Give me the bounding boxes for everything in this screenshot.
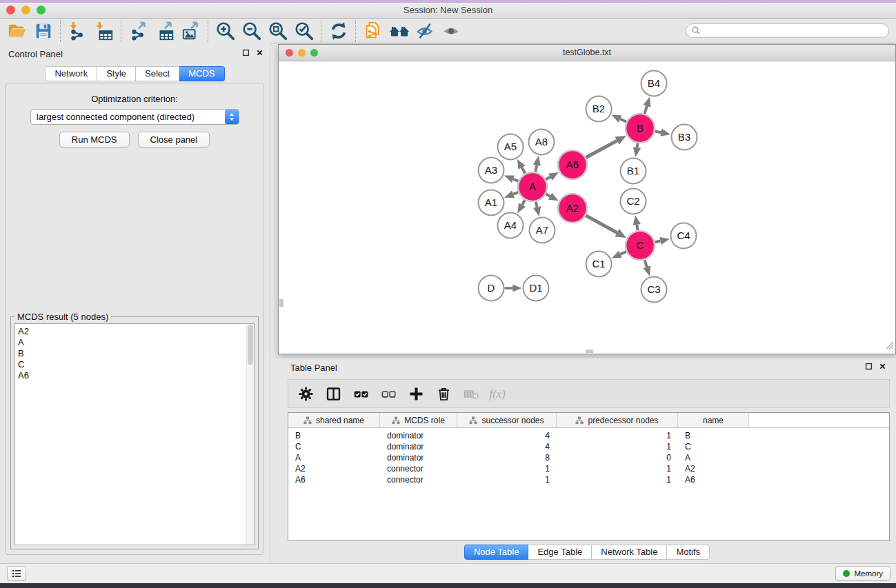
tab-mcds[interactable]: MCDS bbox=[179, 66, 224, 81]
graph-edge-A2-C[interactable] bbox=[586, 216, 626, 238]
save-session-icon[interactable] bbox=[30, 20, 57, 42]
float-panel-icon[interactable] bbox=[242, 49, 250, 57]
graph-edge-A6-B[interactable] bbox=[586, 136, 626, 158]
graph-node-C[interactable]: C bbox=[626, 231, 655, 260]
zoom-out-icon[interactable] bbox=[239, 20, 265, 42]
zoom-in-icon[interactable] bbox=[212, 20, 239, 42]
network-close-button[interactable] bbox=[286, 49, 293, 57]
graph-edge-C-C4[interactable] bbox=[655, 237, 670, 245]
graph-edge-B-B1[interactable] bbox=[633, 143, 641, 157]
column-header-mcds-role[interactable]: MCDS role bbox=[380, 413, 457, 427]
graph-edge-A-A5[interactable] bbox=[517, 159, 526, 174]
mcds-result-item[interactable]: A6 bbox=[15, 370, 254, 381]
graph-edge-C-C1[interactable] bbox=[612, 251, 626, 258]
export-network-icon[interactable] bbox=[126, 20, 152, 42]
graph-node-A2[interactable]: A2 bbox=[558, 194, 587, 223]
graph-edge-A-A4[interactable] bbox=[517, 200, 526, 213]
graph-edge-A-A8[interactable] bbox=[533, 156, 541, 172]
table-row[interactable]: Adominator80A bbox=[288, 452, 889, 463]
column-header-name[interactable]: name bbox=[678, 413, 749, 427]
graph-node-C1[interactable]: C1 bbox=[586, 252, 612, 277]
graph-node-D1[interactable]: D1 bbox=[524, 276, 549, 301]
float-table-panel-icon[interactable] bbox=[865, 363, 873, 370]
graph-edge-B-B2[interactable] bbox=[612, 115, 626, 123]
graph-node-A4[interactable]: A4 bbox=[498, 213, 524, 239]
hide-details-icon[interactable] bbox=[412, 20, 439, 42]
network-canvas[interactable]: B4B2BB3A8A5A6A3B1AC2A1A2A4A7C4CC1DD1C3 bbox=[279, 61, 895, 354]
column-header-shared-name[interactable]: shared name bbox=[288, 413, 380, 427]
zoom-fit-icon[interactable] bbox=[265, 20, 291, 42]
graph-edge-A-A1[interactable] bbox=[504, 190, 518, 198]
graph-node-B3[interactable]: B3 bbox=[672, 125, 697, 150]
export-image-icon[interactable] bbox=[178, 20, 204, 42]
graph-node-A1[interactable]: A1 bbox=[479, 190, 504, 216]
graph-node-B4[interactable]: B4 bbox=[641, 71, 667, 97]
graph-edge-C-C3[interactable] bbox=[643, 260, 650, 276]
delete-columns-icon[interactable] bbox=[431, 382, 456, 405]
task-history-button[interactable] bbox=[7, 566, 26, 581]
criterion-dropdown[interactable]: largest connected component (directed) bbox=[30, 109, 239, 125]
table-mode-icon[interactable] bbox=[293, 382, 318, 405]
table-tab-node-table[interactable]: Node Table bbox=[464, 545, 529, 560]
import-network-icon[interactable] bbox=[65, 20, 91, 42]
show-details-icon[interactable] bbox=[439, 20, 465, 42]
tab-network[interactable]: Network bbox=[45, 66, 97, 81]
mcds-result-item[interactable]: B bbox=[15, 348, 254, 359]
graph-node-C4[interactable]: C4 bbox=[671, 223, 697, 249]
list-scrollbar[interactable] bbox=[246, 324, 254, 545]
tab-select[interactable]: Select bbox=[136, 66, 179, 81]
clone-network-icon[interactable] bbox=[360, 20, 386, 42]
table-tab-motifs[interactable]: Motifs bbox=[667, 545, 710, 560]
create-column-icon[interactable] bbox=[404, 382, 428, 405]
run-mcds-button[interactable]: Run MCDS bbox=[59, 132, 130, 148]
table-tab-edge-table[interactable]: Edge Table bbox=[528, 545, 592, 560]
select-all-icon[interactable] bbox=[348, 382, 373, 405]
graph-node-A5[interactable]: A5 bbox=[498, 134, 524, 160]
horizontal-scroll-nub[interactable] bbox=[586, 349, 593, 353]
graph-node-A7[interactable]: A7 bbox=[530, 218, 555, 243]
graph-edge-A-A3[interactable] bbox=[504, 175, 519, 183]
graph-edge-A-A2[interactable] bbox=[546, 193, 558, 201]
deselect-all-icon[interactable] bbox=[376, 382, 401, 405]
graph-node-C3[interactable]: C3 bbox=[641, 277, 667, 303]
zoom-selected-icon[interactable] bbox=[291, 20, 317, 42]
mcds-result-item[interactable]: C bbox=[15, 359, 254, 370]
memory-button[interactable]: Memory bbox=[835, 566, 890, 581]
mcds-result-item[interactable]: A bbox=[15, 337, 254, 348]
network-window-titlebar[interactable]: testGlobe.txt bbox=[279, 45, 895, 61]
open-session-icon[interactable] bbox=[4, 20, 30, 42]
vertical-scroll-nub[interactable] bbox=[279, 299, 283, 307]
graph-edge-A-A7[interactable] bbox=[533, 201, 541, 216]
export-table-icon[interactable] bbox=[152, 20, 178, 42]
tab-style[interactable]: Style bbox=[97, 66, 136, 81]
graph-node-B[interactable]: B bbox=[626, 114, 655, 143]
graph-edge-B-B3[interactable] bbox=[655, 129, 670, 136]
home-icon[interactable] bbox=[386, 20, 412, 42]
close-table-panel-icon[interactable] bbox=[879, 363, 886, 370]
refresh-icon[interactable] bbox=[326, 20, 352, 42]
column-header-predecessor-nodes[interactable]: predecessor nodes bbox=[557, 413, 678, 427]
mcds-result-item[interactable]: A2 bbox=[15, 326, 254, 337]
graph-node-C2[interactable]: C2 bbox=[621, 189, 646, 214]
graph-node-D[interactable]: D bbox=[479, 276, 504, 301]
resize-grip-icon[interactable] bbox=[884, 340, 894, 352]
graph-node-A6[interactable]: A6 bbox=[558, 150, 587, 179]
table-row[interactable]: Cdominator41C bbox=[288, 441, 889, 452]
network-maximize-button[interactable] bbox=[310, 49, 318, 57]
show-columns-icon[interactable] bbox=[321, 382, 346, 405]
search-input[interactable] bbox=[701, 26, 884, 37]
table-row[interactable]: A2connector11A2 bbox=[288, 463, 889, 474]
close-panel-icon[interactable] bbox=[256, 49, 263, 57]
graph-edge-C-C2[interactable] bbox=[633, 215, 641, 230]
graph-node-B1[interactable]: B1 bbox=[621, 159, 646, 184]
table-tab-network-table[interactable]: Network Table bbox=[592, 545, 667, 560]
close-panel-button[interactable]: Close panel bbox=[138, 132, 210, 148]
graph-edge-A-A6[interactable] bbox=[546, 172, 559, 181]
graph-edge-D-D1[interactable] bbox=[505, 285, 522, 292]
graph-node-B2[interactable]: B2 bbox=[586, 97, 612, 122]
table-row[interactable]: A6connector11A6 bbox=[288, 474, 889, 485]
graph-node-A8[interactable]: A8 bbox=[529, 130, 555, 155]
graph-node-A3[interactable]: A3 bbox=[479, 158, 504, 183]
table-row[interactable]: Bdominator41B bbox=[288, 430, 889, 441]
column-header-successor-nodes[interactable]: successor nodes bbox=[457, 413, 557, 427]
